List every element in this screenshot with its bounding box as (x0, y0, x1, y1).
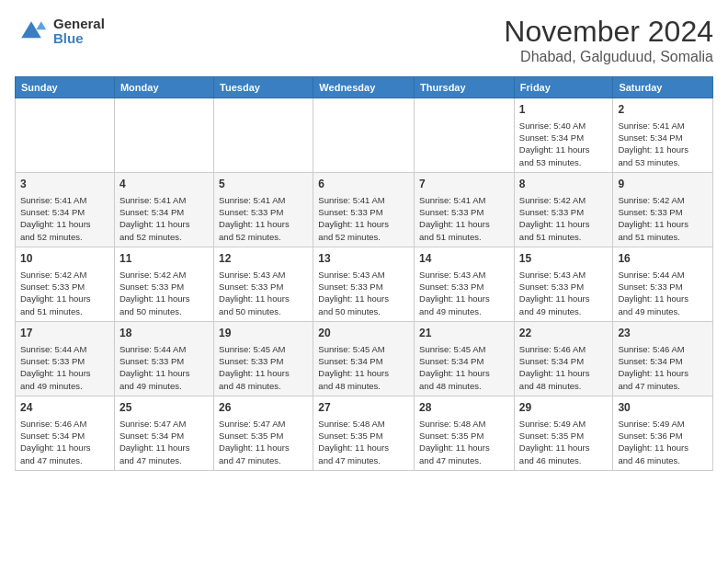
day-cell: 14Sunrise: 5:43 AM Sunset: 5:33 PM Dayli… (415, 247, 515, 321)
day-info: Sunrise: 5:49 AM Sunset: 5:36 PM Dayligh… (618, 418, 708, 466)
day-info: Sunrise: 5:40 AM Sunset: 5:34 PM Dayligh… (519, 120, 609, 168)
day-number: 29 (519, 400, 609, 416)
logo-blue: Blue (53, 31, 105, 47)
day-info: Sunrise: 5:41 AM Sunset: 5:34 PM Dayligh… (119, 194, 209, 243)
day-info: Sunrise: 5:43 AM Sunset: 5:33 PM Dayligh… (318, 269, 409, 317)
day-info: Sunrise: 5:46 AM Sunset: 5:34 PM Dayligh… (519, 343, 609, 392)
day-cell: 5Sunrise: 5:41 AM Sunset: 5:33 PM Daylig… (214, 172, 313, 247)
day-number: 3 (20, 177, 109, 192)
day-cell: 21Sunrise: 5:45 AM Sunset: 5:34 PM Dayli… (415, 321, 515, 396)
header-cell-thursday: Thursday (415, 77, 515, 98)
week-row-2: 10Sunrise: 5:42 AM Sunset: 5:33 PM Dayli… (16, 247, 713, 321)
day-cell: 7Sunrise: 5:41 AM Sunset: 5:33 PM Daylig… (415, 172, 515, 247)
day-number: 12 (219, 251, 308, 267)
day-number: 26 (219, 400, 308, 416)
svg-marker-1 (36, 21, 46, 29)
day-number: 4 (119, 177, 209, 192)
day-cell: 11Sunrise: 5:42 AM Sunset: 5:33 PM Dayli… (114, 247, 213, 321)
day-number: 25 (119, 400, 209, 416)
day-info: Sunrise: 5:47 AM Sunset: 5:35 PM Dayligh… (219, 418, 308, 466)
day-number: 17 (20, 326, 109, 341)
title-block: November 2024 Dhabad, Galguduud, Somalia (504, 15, 713, 65)
day-number: 30 (618, 400, 708, 416)
day-info: Sunrise: 5:42 AM Sunset: 5:33 PM Dayligh… (519, 194, 609, 243)
day-info: Sunrise: 5:44 AM Sunset: 5:33 PM Dayligh… (119, 343, 209, 392)
header-row: SundayMondayTuesdayWednesdayThursdayFrid… (16, 77, 713, 98)
day-number: 10 (20, 251, 109, 267)
day-info: Sunrise: 5:48 AM Sunset: 5:35 PM Dayligh… (419, 418, 509, 466)
day-cell: 1Sunrise: 5:40 AM Sunset: 5:34 PM Daylig… (514, 98, 613, 173)
day-number: 7 (419, 177, 509, 192)
day-cell: 17Sunrise: 5:44 AM Sunset: 5:33 PM Dayli… (16, 321, 115, 396)
day-cell: 12Sunrise: 5:43 AM Sunset: 5:33 PM Dayli… (214, 247, 313, 321)
day-number: 1 (519, 102, 609, 118)
month-title: November 2024 (504, 15, 713, 49)
header-cell-saturday: Saturday (613, 77, 713, 98)
day-cell: 18Sunrise: 5:44 AM Sunset: 5:33 PM Dayli… (114, 321, 213, 396)
day-info: Sunrise: 5:43 AM Sunset: 5:33 PM Dayligh… (419, 269, 509, 317)
day-cell: 30Sunrise: 5:49 AM Sunset: 5:36 PM Dayli… (613, 396, 713, 470)
day-info: Sunrise: 5:48 AM Sunset: 5:35 PM Dayligh… (318, 418, 409, 466)
day-cell: 25Sunrise: 5:47 AM Sunset: 5:34 PM Dayli… (114, 396, 213, 470)
header-cell-sunday: Sunday (16, 77, 115, 98)
day-cell: 20Sunrise: 5:45 AM Sunset: 5:34 PM Dayli… (313, 321, 415, 396)
day-cell: 13Sunrise: 5:43 AM Sunset: 5:33 PM Dayli… (313, 247, 415, 321)
day-info: Sunrise: 5:47 AM Sunset: 5:34 PM Dayligh… (119, 418, 209, 466)
day-info: Sunrise: 5:42 AM Sunset: 5:33 PM Dayligh… (618, 194, 708, 243)
day-info: Sunrise: 5:43 AM Sunset: 5:33 PM Dayligh… (519, 269, 609, 317)
day-cell: 3Sunrise: 5:41 AM Sunset: 5:34 PM Daylig… (16, 172, 115, 247)
day-info: Sunrise: 5:44 AM Sunset: 5:33 PM Dayligh… (618, 269, 708, 317)
day-info: Sunrise: 5:43 AM Sunset: 5:33 PM Dayligh… (219, 269, 308, 317)
day-number: 20 (318, 326, 409, 341)
location-title: Dhabad, Galguduud, Somalia (504, 49, 713, 65)
day-cell: 6Sunrise: 5:41 AM Sunset: 5:33 PM Daylig… (313, 172, 415, 247)
day-cell: 8Sunrise: 5:42 AM Sunset: 5:33 PM Daylig… (514, 172, 613, 247)
week-row-3: 17Sunrise: 5:44 AM Sunset: 5:33 PM Dayli… (16, 321, 713, 396)
day-number: 11 (119, 251, 209, 267)
day-info: Sunrise: 5:41 AM Sunset: 5:33 PM Dayligh… (419, 194, 509, 243)
day-info: Sunrise: 5:42 AM Sunset: 5:33 PM Dayligh… (119, 269, 209, 317)
day-info: Sunrise: 5:45 AM Sunset: 5:34 PM Dayligh… (318, 343, 409, 392)
day-cell: 10Sunrise: 5:42 AM Sunset: 5:33 PM Dayli… (16, 247, 115, 321)
day-cell (313, 98, 415, 173)
day-cell: 9Sunrise: 5:42 AM Sunset: 5:33 PM Daylig… (613, 172, 713, 247)
day-cell: 4Sunrise: 5:41 AM Sunset: 5:34 PM Daylig… (114, 172, 213, 247)
day-number: 18 (119, 326, 209, 341)
day-info: Sunrise: 5:45 AM Sunset: 5:33 PM Dayligh… (219, 343, 308, 392)
day-number: 19 (219, 326, 308, 341)
day-info: Sunrise: 5:46 AM Sunset: 5:34 PM Dayligh… (20, 418, 109, 466)
day-number: 22 (519, 326, 609, 341)
logo-general: General (53, 17, 105, 32)
day-cell: 29Sunrise: 5:49 AM Sunset: 5:35 PM Dayli… (514, 396, 613, 470)
day-info: Sunrise: 5:41 AM Sunset: 5:34 PM Dayligh… (618, 120, 708, 168)
week-row-0: 1Sunrise: 5:40 AM Sunset: 5:34 PM Daylig… (16, 98, 713, 173)
day-number: 23 (618, 326, 708, 341)
day-cell: 27Sunrise: 5:48 AM Sunset: 5:35 PM Dayli… (313, 396, 415, 470)
header-cell-wednesday: Wednesday (313, 77, 415, 98)
day-cell (214, 98, 313, 173)
day-cell: 24Sunrise: 5:46 AM Sunset: 5:34 PM Dayli… (16, 396, 115, 470)
day-number: 9 (618, 177, 708, 192)
day-cell: 16Sunrise: 5:44 AM Sunset: 5:33 PM Dayli… (613, 247, 713, 321)
day-number: 2 (618, 102, 708, 118)
calendar-body: 1Sunrise: 5:40 AM Sunset: 5:34 PM Daylig… (16, 98, 713, 471)
day-info: Sunrise: 5:41 AM Sunset: 5:34 PM Dayligh… (20, 194, 109, 243)
day-number: 8 (519, 177, 609, 192)
day-cell: 28Sunrise: 5:48 AM Sunset: 5:35 PM Dayli… (415, 396, 515, 470)
day-info: Sunrise: 5:42 AM Sunset: 5:33 PM Dayligh… (20, 269, 109, 317)
logo: General Blue (15, 15, 105, 48)
day-number: 24 (20, 400, 109, 416)
header-cell-friday: Friday (514, 77, 613, 98)
day-number: 21 (419, 326, 509, 341)
day-number: 13 (318, 251, 409, 267)
day-info: Sunrise: 5:49 AM Sunset: 5:35 PM Dayligh… (519, 418, 609, 466)
day-cell: 19Sunrise: 5:45 AM Sunset: 5:33 PM Dayli… (214, 321, 313, 396)
week-row-4: 24Sunrise: 5:46 AM Sunset: 5:34 PM Dayli… (16, 396, 713, 470)
day-info: Sunrise: 5:41 AM Sunset: 5:33 PM Dayligh… (219, 194, 308, 243)
day-info: Sunrise: 5:45 AM Sunset: 5:34 PM Dayligh… (419, 343, 509, 392)
day-cell (415, 98, 515, 173)
day-info: Sunrise: 5:41 AM Sunset: 5:33 PM Dayligh… (318, 194, 409, 243)
header-cell-tuesday: Tuesday (214, 77, 313, 98)
day-cell (114, 98, 213, 173)
day-number: 27 (318, 400, 409, 416)
